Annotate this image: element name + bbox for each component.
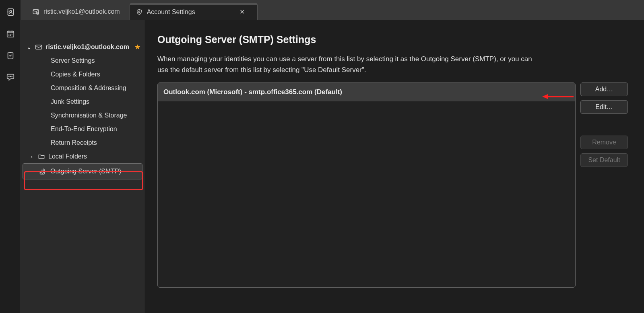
app-root: ristic.veljko1@outlook.com Account Setti… — [0, 0, 644, 313]
tree-item-label: Outgoing Server (SMTP) — [50, 168, 121, 175]
address-book-icon[interactable] — [6, 7, 15, 17]
main-panel: Outgoing Server (SMTP) Settings When man… — [144, 20, 644, 313]
default-account-star-icon: ★ — [135, 43, 140, 51]
tasks-icon[interactable] — [6, 51, 15, 60]
tree-item-copies-folders[interactable]: Copies & Folders — [21, 68, 144, 81]
edit-button[interactable]: Edit… — [580, 100, 628, 114]
smtp-server-row[interactable]: Outlook.com (Microsoft) - smtp.office365… — [158, 83, 575, 101]
outgoing-server-icon — [39, 168, 47, 175]
smtp-server-label: Outlook.com (Microsoft) - smtp.office365… — [163, 88, 342, 96]
svg-rect-10 — [36, 45, 42, 49]
mail-account-icon — [35, 44, 42, 50]
tree-item-label: End-To-End Encryption — [51, 126, 117, 133]
account-shield-icon — [136, 8, 143, 16]
tree-item-label: Copies & Folders — [51, 71, 100, 78]
tree-account-root[interactable]: ⌄ ristic.veljko1@outlook.com ★ — [21, 40, 144, 54]
smtp-button-column: Add… Edit… Remove Set Default — [580, 82, 628, 288]
svg-point-6 — [12, 76, 12, 77]
tab-strip: ristic.veljko1@outlook.com Account Setti… — [21, 0, 644, 20]
tree-item-label: Local Folders — [48, 153, 87, 160]
smtp-server-list[interactable]: Outlook.com (Microsoft) - smtp.office365… — [157, 82, 576, 288]
smtp-pane-row: Outlook.com (Microsoft) - smtp.office365… — [157, 82, 628, 288]
button-spacer — [580, 118, 628, 132]
svg-point-9 — [138, 11, 140, 12]
tab-mail-label: ristic.veljko1@outlook.com — [43, 8, 120, 15]
tree-item-e2e-encryption[interactable]: End-To-End Encryption — [21, 122, 144, 136]
page-description: When managing your identities you can us… — [157, 54, 544, 75]
tree-item-local-folders[interactable]: › Local Folders — [21, 150, 144, 163]
tree-account-label: ristic.veljko1@outlook.com — [45, 43, 129, 51]
calendar-icon[interactable] — [6, 29, 15, 39]
add-button[interactable]: Add… — [580, 82, 628, 96]
svg-point-4 — [8, 76, 9, 77]
svg-point-5 — [10, 76, 10, 77]
mail-account-icon — [32, 8, 39, 15]
tree-item-return-receipts[interactable]: Return Receipts — [21, 136, 144, 150]
right-pane: ristic.veljko1@outlook.com Account Setti… — [21, 0, 644, 313]
tree-item-label: Junk Settings — [51, 98, 89, 105]
tree-item-label: Return Receipts — [51, 139, 97, 146]
svg-point-1 — [10, 10, 12, 12]
tab-settings-label: Account Settings — [147, 8, 195, 16]
account-tree: ⌄ ristic.veljko1@outlook.com ★ Server Se… — [21, 40, 144, 179]
button-label: Edit… — [595, 103, 613, 111]
tree-item-label: Composition & Addressing — [51, 84, 126, 92]
tree-item-outgoing-smtp[interactable]: Outgoing Server (SMTP) — [23, 163, 142, 179]
tab-close-button[interactable]: ✕ — [239, 8, 245, 16]
button-label: Add… — [595, 86, 613, 93]
spaces-toolbar — [0, 0, 21, 313]
set-default-button[interactable]: Set Default — [580, 153, 628, 167]
chevron-down-icon: ⌄ — [27, 44, 32, 50]
tab-mail-account[interactable]: ristic.veljko1@outlook.com — [27, 4, 127, 20]
account-tree-sidebar: ⌄ ristic.veljko1@outlook.com ★ Server Se… — [21, 20, 144, 313]
folder-icon — [38, 154, 45, 159]
tree-item-junk-settings[interactable]: Junk Settings — [21, 95, 144, 109]
button-label: Set Default — [588, 156, 620, 164]
content-row: ⌄ ristic.veljko1@outlook.com ★ Server Se… — [21, 20, 644, 313]
tab-account-settings[interactable]: Account Settings ✕ — [130, 4, 258, 20]
tree-item-composition-addressing[interactable]: Composition & Addressing — [21, 81, 144, 95]
tree-item-label: Synchronisation & Storage — [51, 112, 127, 119]
tree-item-server-settings[interactable]: Server Settings — [21, 54, 144, 68]
page-title: Outgoing Server (SMTP) Settings — [157, 34, 628, 45]
remove-button[interactable]: Remove — [580, 136, 628, 149]
chevron-right-icon: › — [29, 154, 35, 160]
button-label: Remove — [592, 139, 616, 146]
chat-icon[interactable] — [6, 72, 15, 82]
tree-item-sync-storage[interactable]: Synchronisation & Storage — [21, 109, 144, 122]
tree-item-label: Server Settings — [51, 57, 95, 64]
